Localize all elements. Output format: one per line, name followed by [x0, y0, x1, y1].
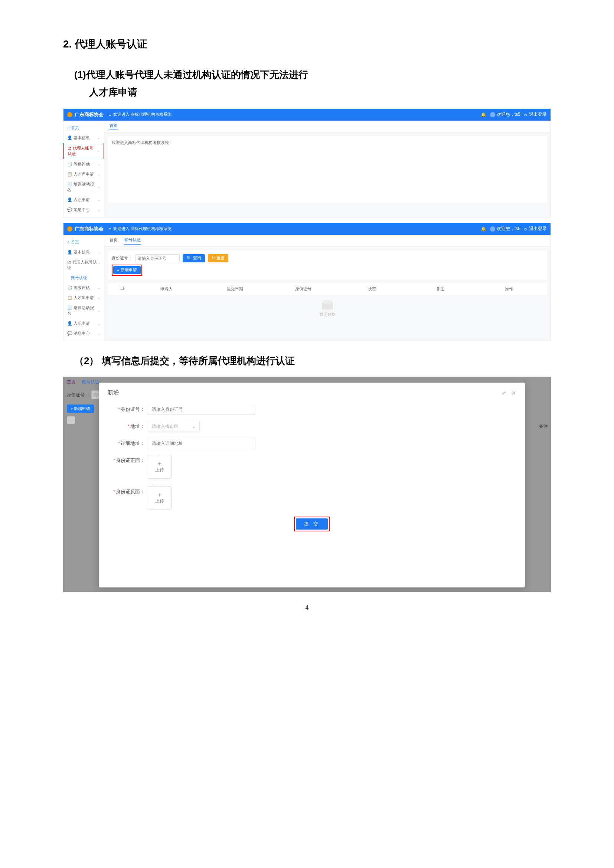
bg-tab-home[interactable]: 首页	[67, 379, 76, 385]
nav-auth-label: 代理人账号认证	[67, 260, 97, 270]
menu-icon[interactable]: ≡	[109, 227, 111, 231]
col-checkbox[interactable]: ☐	[112, 286, 132, 292]
logout-link[interactable]: 退出登录	[529, 226, 547, 232]
nav-auth-label: 代理人账号认证	[68, 146, 93, 156]
bg-col-remark: 备注	[539, 423, 548, 430]
nav-auth[interactable]: 🗂 代理人账号认证⌄	[64, 143, 104, 159]
nav-basic[interactable]: 👤 基本信息⌄	[64, 133, 104, 143]
id-input[interactable]	[135, 254, 180, 262]
nav-talent[interactable]: 📋 人才库申请⌄	[64, 169, 104, 179]
field-front-label: 身份证正面：	[116, 457, 145, 463]
nav-talent[interactable]: 📋 人才库申请⌄	[64, 293, 104, 303]
dialog-title: 新增	[108, 389, 119, 396]
sidebar: ⌂ 首页 👤 基本信息⌄ 🗂 代理人账号认证⌄ 📑 等级评估⌄ 📋 人才库申请⌄…	[64, 121, 104, 217]
menu-icon[interactable]: ≡	[109, 112, 111, 117]
chevron-down-icon: ⌄	[97, 286, 100, 290]
chevron-down-icon: ⌄	[192, 424, 195, 429]
user-icon: 👤	[67, 321, 72, 326]
field-back-label: 身份证反面：	[116, 489, 145, 494]
nav-train[interactable]: 🧾 培训活动报名⌄	[64, 303, 104, 318]
dialog: 新增 ⤢ ✕ *身份证号： *地址： 请输入省市区⌄ *详细地址：	[99, 383, 525, 587]
nav-rank[interactable]: 📑 等级评估⌄	[64, 283, 104, 293]
nav-entry[interactable]: 👤 入职申请⌄	[64, 318, 104, 329]
field-addr-placeholder: 请输入省市区	[152, 423, 178, 430]
nav-auth-sub[interactable]: 账号认证	[64, 273, 104, 283]
chat-icon: 💬	[67, 331, 72, 335]
logout-link[interactable]: 退出登录	[529, 111, 547, 118]
col-op: 操作	[475, 286, 543, 292]
col-idno: 身份证号	[269, 286, 338, 292]
nav-talent-label: 人才库申请	[73, 295, 94, 300]
home-icon: ⌂	[67, 126, 70, 130]
table-header: ☐ 申请人 提交日期 身份证号 状态 备注 操作	[108, 283, 547, 294]
field-addr-label: 地址：	[130, 423, 145, 429]
nav-rank[interactable]: 📑 等级评估⌄	[64, 159, 104, 169]
welcome-text: 欢迎您，ts5	[497, 226, 521, 232]
search-button[interactable]: 🔍查询	[183, 254, 205, 262]
chevron-down-icon: ⌄	[97, 332, 100, 335]
col-status: 状态	[338, 286, 406, 292]
nav-home[interactable]: ⌂ 首页	[64, 123, 104, 133]
logout-icon[interactable]: ⎋	[524, 226, 527, 232]
reset-button[interactable]: ↻重置	[208, 254, 228, 262]
col-remark: 备注	[406, 286, 474, 292]
home-icon: ⌂	[67, 240, 70, 244]
heading-sub-2: （2） 填写信息后提交，等待所属代理机构进行认证	[74, 352, 551, 370]
nav-entry-label: 入职申请	[73, 197, 90, 202]
receipt-icon: 🧾	[67, 305, 72, 310]
avatar[interactable]	[490, 112, 495, 117]
tab-auth[interactable]: 账号认证	[124, 237, 141, 244]
add-button[interactable]: +新增申请	[113, 266, 141, 274]
expand-icon[interactable]: ⤢	[502, 390, 506, 396]
tab-home[interactable]: 首页	[110, 237, 118, 244]
logo-icon	[67, 112, 72, 117]
nav-entry[interactable]: 👤 入职申请⌄	[64, 195, 104, 205]
submit-button[interactable]: 提 交	[296, 518, 328, 530]
upload-front[interactable]: + 上传	[148, 455, 172, 479]
chevron-down-icon: ⌄	[97, 198, 100, 202]
chevron-down-icon: ⌄	[97, 321, 100, 326]
nav-home-label: 首页	[71, 240, 79, 244]
tab-home[interactable]: 首页	[110, 123, 118, 130]
bg-tab-auth[interactable]: 账号认证	[82, 379, 99, 385]
nav-talent-label: 人才库申请	[73, 172, 94, 176]
nav-home[interactable]: ⌂ 首页	[64, 237, 104, 247]
nav-basic-label: 基本信息	[73, 250, 90, 254]
bell-icon[interactable]: 🔔	[481, 226, 486, 232]
nav-rank-label: 等级评估	[73, 162, 90, 166]
chevron-down-icon: ⌄	[97, 136, 100, 140]
reset-icon: ↻	[212, 256, 215, 260]
nav-auth[interactable]: 🗂 代理人账号认证˄	[64, 257, 104, 273]
bg-add-button[interactable]: + 新增申请	[67, 405, 94, 413]
user-icon: 👤	[67, 135, 72, 140]
folder-icon: 🗂	[68, 146, 71, 150]
clipboard-icon: 📋	[67, 172, 72, 176]
nav-train[interactable]: 🧾 培训活动报名⌄	[64, 179, 104, 195]
doc-icon: 📑	[67, 285, 72, 290]
field-addr2-input[interactable]	[148, 438, 256, 449]
header-subtitle: ≡ 欢迎进入 商标代理机构考核系统	[109, 112, 172, 117]
nav-home-label: 首页	[71, 126, 79, 130]
add-highlight: +新增申请	[112, 265, 142, 276]
nav-rank-label: 等级评估	[73, 285, 90, 290]
bell-icon[interactable]: 🔔	[481, 112, 486, 117]
field-id-input[interactable]	[148, 404, 256, 415]
nav-basic[interactable]: 👤 基本信息⌄	[64, 247, 104, 257]
plus-icon: +	[158, 492, 161, 498]
field-addr-select[interactable]: 请输入省市区⌄	[148, 421, 200, 432]
bg-checkbox[interactable]	[67, 416, 75, 424]
upload-back[interactable]: + 上传	[148, 486, 172, 510]
nav-msg[interactable]: 💬 消息中心⌄	[64, 205, 104, 215]
close-icon[interactable]: ✕	[512, 390, 516, 396]
header-subtitle-text: 欢迎进入 商标代理机构考核系统	[113, 112, 172, 117]
col-applicant: 申请人	[132, 286, 200, 292]
folder-icon: 🗂	[67, 260, 71, 264]
nav-msg[interactable]: 💬 消息中心⌄	[64, 329, 104, 338]
figure-2: 广东商标协会 ≡ 欢迎进入 商标代理机构考核系统 🔔 欢迎您，ts5 ⎋ 退出登…	[63, 223, 551, 341]
avatar[interactable]	[490, 226, 495, 232]
chevron-down-icon: ⌄	[97, 308, 100, 313]
upload-label: 上传	[155, 467, 164, 473]
logout-icon[interactable]: ⎋	[524, 112, 527, 117]
heading-main: 2. 代理人账号认证	[63, 37, 551, 51]
user-icon: 👤	[67, 197, 72, 202]
